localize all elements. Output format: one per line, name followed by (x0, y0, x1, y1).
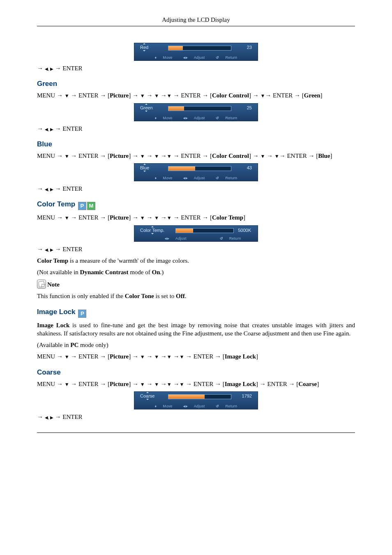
return-icon: ↺ (216, 116, 219, 120)
nav-temp-final: → ◀, ▶ → ENTER (37, 245, 355, 253)
nav-coarse: MENU → ▼ → ENTER → [Picture] → ▼ → ▼ →▼ … (37, 380, 355, 388)
osd-coarse-value: 1792 (242, 393, 252, 398)
nav-coarse-final: → ◀, ▶ → ENTER (37, 413, 355, 421)
m-mode-icon: M (87, 202, 95, 210)
note-icon (37, 280, 46, 289)
osd-green-label: Green (140, 105, 153, 110)
adjust-icon: ◂▸ (183, 116, 188, 120)
osd-green-value: 25 (247, 105, 252, 110)
osd-temp-value: 5000K (238, 228, 251, 233)
note-label: Note (47, 281, 60, 288)
osd-blue: Blue 43 ♦ Move ◂▸ Adjust ↺ Return (134, 163, 258, 181)
color-temp-not-avail: (Not available in Dynamic Contrast mode … (37, 268, 355, 276)
osd-blue-value: 43 (247, 165, 252, 170)
section-title-coarse: Coarse (37, 368, 355, 377)
osd-red-value: 23 (247, 45, 252, 50)
nav-green: MENU → ▼ → ENTER → [Picture] → ▼ → ▼ →▼ … (37, 91, 355, 99)
return-icon: ↺ (220, 236, 223, 240)
adjust-icon: ◂▸ (165, 236, 169, 240)
nav-blue-final: → ◀, ▶ → ENTER (37, 185, 355, 193)
osd-blue-bar (168, 166, 231, 171)
osd-hints: ◂▸ Adjust ↺ Return (134, 236, 258, 240)
osd-red-fill (168, 46, 183, 50)
p-mode-icon: P (78, 310, 86, 318)
section-title-image-lock: Image Lock P (37, 308, 355, 318)
osd-temp-label: Color Temp. (140, 228, 164, 233)
image-lock-desc: Image Lock is used to fine-tune and get … (37, 321, 355, 338)
osd-green-fill (168, 106, 184, 111)
osd-coarse: Coarse 1792 ♦ Move ◂▸ Adjust ↺ Return (134, 391, 258, 409)
osd-hints: ♦ Move ◂▸ Adjust ↺ Return (134, 404, 258, 408)
footer-rule (37, 432, 355, 433)
section-title-green: Green (37, 80, 355, 88)
move-icon: ♦ (155, 56, 157, 60)
move-icon: ♦ (155, 404, 157, 408)
osd-temp-fill (176, 229, 193, 233)
return-icon: ↺ (216, 56, 219, 60)
osd-temp-bar (175, 228, 234, 233)
note-row: Note (37, 280, 355, 289)
osd-red-bar (168, 46, 231, 51)
osd-coarse-bar (168, 394, 231, 399)
osd-color-temp: Color Temp. 5000K ◂▸ Adjust ↺ Return (134, 225, 258, 242)
section-title-color-temp: Color Temp PM (37, 200, 355, 210)
section-title-blue: Blue (37, 140, 355, 148)
nav-blue: MENU → ▼ → ENTER → [Picture] → ▼ → ▼ →▼ … (37, 152, 355, 160)
osd-hints: ♦ Move ◂▸ Adjust ↺ Return (134, 116, 258, 120)
nav-green-final: → ◀, ▶ → ENTER (37, 125, 355, 133)
osd-red-label: Red (140, 45, 148, 50)
osd-green-bar (168, 106, 231, 111)
image-lock-pc-only: (Available in PC mode only) (37, 341, 355, 349)
osd-hints: ♦ Move ◂▸ Adjust ↺ Return (134, 176, 258, 180)
color-temp-note-body: This function is only enabled if the Col… (37, 292, 355, 300)
adjust-icon: ◂▸ (183, 176, 188, 180)
color-temp-desc: Color Temp is a measure of the 'warmth' … (37, 257, 355, 265)
nav-red-final: → ◀, ▶ → ENTER (37, 64, 355, 72)
nav-image-lock: MENU → ▼ → ENTER → [Picture] → ▼ → ▼ →▼ … (37, 352, 355, 361)
return-icon: ↺ (216, 176, 219, 180)
return-icon: ↺ (216, 404, 219, 408)
osd-blue-label: Blue (140, 165, 149, 170)
p-mode-icon: P (78, 202, 86, 210)
osd-coarse-fill (168, 395, 205, 399)
move-icon: ♦ (155, 116, 157, 120)
osd-green: Green 25 ♦ Move ◂▸ Adjust ↺ Return (134, 103, 258, 121)
nav-color-temp: MENU → ▼ → ENTER → [Picture] → ▼ → ▼ →▼ … (37, 213, 355, 222)
osd-hints: ♦ Move ◂▸ Adjust ↺ Return (134, 56, 258, 60)
page-header: Adjusting the LCD Display (37, 16, 355, 26)
osd-coarse-label: Coarse (140, 393, 154, 398)
adjust-icon: ◂▸ (183, 56, 188, 60)
osd-blue-fill (168, 166, 195, 171)
move-icon: ♦ (155, 176, 157, 180)
adjust-icon: ◂▸ (183, 404, 188, 408)
osd-red: Red 23 ♦ Move ◂▸ Adjust ↺ Return (134, 43, 258, 61)
